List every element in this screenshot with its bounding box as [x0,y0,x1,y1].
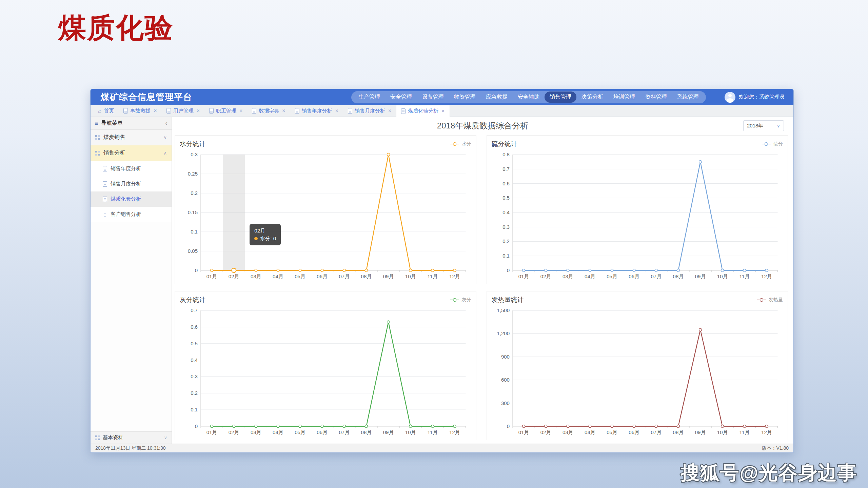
y-tick-label: 0.8 [502,151,510,157]
y-tick-label: 0.1 [191,407,198,412]
series-line [212,322,455,426]
close-icon[interactable]: × [197,108,200,114]
chart-panel-header: 硫分统计 硫分 [492,138,783,150]
x-tick-label: 01月 [206,273,217,279]
close-icon[interactable]: × [441,108,445,114]
chart-plot-moisture[interactable]: 00.050.10.150.20.250.301月02月03月04月05月06月… [180,150,471,283]
nav-item-safety-assist[interactable]: 安全辅助 [513,92,545,103]
nav-item-sales[interactable]: 销售管理 [545,92,576,103]
document-icon [252,108,256,114]
x-tick-label: 01月 [518,429,529,435]
x-tick-label: 02月 [229,429,239,435]
data-point [765,425,768,428]
document-icon [166,108,171,114]
tab-coal-quality[interactable]: 煤质化验分析× [396,105,450,117]
tab-user-mgmt[interactable]: 用户管理× [162,105,204,117]
year-select[interactable]: 2018年 ∨ [743,120,784,131]
data-point [655,425,657,428]
nav-item-equipment[interactable]: 设备管理 [417,92,449,103]
welcome-text: 欢迎您：系统管理员 [739,94,785,100]
data-point [211,269,213,272]
tab-sales-monthly[interactable]: 销售月度分析× [343,105,396,117]
x-tick-label: 02月 [540,429,551,435]
series-line [524,162,766,270]
app-title: 煤矿综合信息管理平台 [101,91,192,103]
nav-item-system[interactable]: 系统管理 [672,92,704,103]
data-point [409,269,412,272]
sidebar-item-label: 煤质化验分析 [111,196,141,202]
nav-item-training[interactable]: 培训管理 [608,92,640,103]
chart-legend-sulfur[interactable]: 硫分 [761,141,783,147]
sidebar-item-basic-info[interactable]: 基本资料 ∨ [91,431,172,444]
chevron-down-icon: ∨ [777,123,780,128]
close-icon[interactable]: × [154,108,157,114]
sidebar-group-coal-sales[interactable]: 煤炭销售∨ [91,130,172,145]
x-tick-label: 03月 [562,429,573,435]
document-icon [123,108,128,114]
data-point [343,425,346,428]
data-point [321,269,323,272]
tab-accident[interactable]: 事故救援× [119,105,161,117]
sidebar-collapse-icon[interactable]: ‹ [165,119,167,127]
data-point [677,425,679,428]
tab-data-dict[interactable]: 数据字典× [247,105,290,117]
chevron-down-icon: ∨ [164,435,167,440]
x-tick-label: 02月 [540,273,551,279]
y-tick-label: 0 [507,267,509,273]
chart-canvas-sulfur[interactable]: 00.10.20.30.40.50.60.70.801月02月03月04月05月… [492,150,783,283]
sidebar-item-sales-annual-analysis[interactable]: 销售年度分析 [91,161,172,176]
chart-canvas-calorific[interactable]: 03006009001,2001,50001月02月03月04月05月06月07… [492,306,783,439]
y-tick-label: 0.2 [502,238,510,244]
y-tick-label: 1,200 [497,330,510,336]
chart-legend-moisture[interactable]: 水分 [450,141,471,147]
sidebar-item-coal-quality-analysis[interactable]: 煤质化验分析 [91,191,172,207]
chart-plot-sulfur[interactable]: 00.10.20.30.40.50.60.70.801月02月03月04月05月… [492,150,783,283]
chart-canvas-moisture[interactable]: 00.050.10.150.20.250.301月02月03月04月05月06月… [180,150,471,283]
document-icon [295,108,299,114]
nav-item-materials[interactable]: 物资管理 [449,92,481,103]
tab-label: 销售月度分析 [355,108,385,114]
chart-title: 灰分统计 [180,296,205,304]
tab-home[interactable]: ⌂首页 [93,105,119,117]
nav-item-decision[interactable]: 决策分析 [576,92,608,103]
menu-layers-icon: ≡ [95,120,98,126]
y-tick-label: 0 [195,267,198,273]
x-tick-label: 10月 [405,273,416,279]
x-tick-label: 07月 [339,429,350,435]
x-tick-label: 12月 [761,273,772,279]
tab-sales-annual[interactable]: 销售年度分析× [290,105,343,117]
nav-item-safety[interactable]: 安全管理 [385,92,417,103]
chart-plot-calorific[interactable]: 03006009001,2001,50001月02月03月04月05月06月07… [492,306,783,439]
x-tick-label: 08月 [361,273,372,279]
close-icon[interactable]: × [282,108,285,114]
document-icon [103,166,107,171]
sidebar-header[interactable]: ≡ 导航菜单 ‹ [91,117,172,130]
top-nav: 生产管理安全管理设备管理物资管理应急救援安全辅助销售管理决策分析培训管理资料管理… [351,91,706,103]
sidebar-item-customer-sales-analysis[interactable]: 客户销售分析 [91,207,172,222]
nav-item-emergency[interactable]: 应急救援 [481,92,513,103]
nav-item-archives[interactable]: 资料管理 [640,92,672,103]
chart-legend-ash[interactable]: 灰分 [450,297,471,303]
close-icon[interactable]: × [388,108,391,114]
sidebar-item-sales-monthly-analysis[interactable]: 销售月度分析 [91,176,172,191]
data-point [677,269,679,272]
page-background: 煤质化验 煤矿综合信息管理平台 生产管理安全管理设备管理物资管理应急救援安全辅助… [0,0,868,488]
user-area[interactable]: 欢迎您：系统管理员 [725,92,785,103]
tab-staff-mgmt[interactable]: 职工管理× [204,105,247,117]
chart-legend-calorific[interactable]: 发热量 [756,297,783,303]
sidebar-group-sales-analysis[interactable]: 销售分析∧ [91,145,172,161]
x-tick-label: 11月 [739,273,750,279]
x-tick-label: 09月 [695,273,706,279]
x-tick-label: 10月 [717,273,728,279]
x-tick-label: 08月 [361,429,372,435]
app-window: 煤矿综合信息管理平台 生产管理安全管理设备管理物资管理应急救援安全辅助销售管理决… [90,89,794,453]
nav-item-production[interactable]: 生产管理 [353,92,385,103]
close-icon[interactable]: × [239,108,242,114]
close-icon[interactable]: × [335,108,338,114]
x-tick-label: 11月 [739,429,750,435]
chart-canvas-ash[interactable]: 00.10.20.30.40.50.60.701月02月03月04月05月06月… [180,306,471,439]
chart-plot-ash[interactable]: 00.10.20.30.40.50.60.701月02月03月04月05月06月… [180,306,471,439]
y-tick-label: 0.6 [502,181,510,186]
data-point [588,269,591,272]
grid-icon [95,151,100,156]
